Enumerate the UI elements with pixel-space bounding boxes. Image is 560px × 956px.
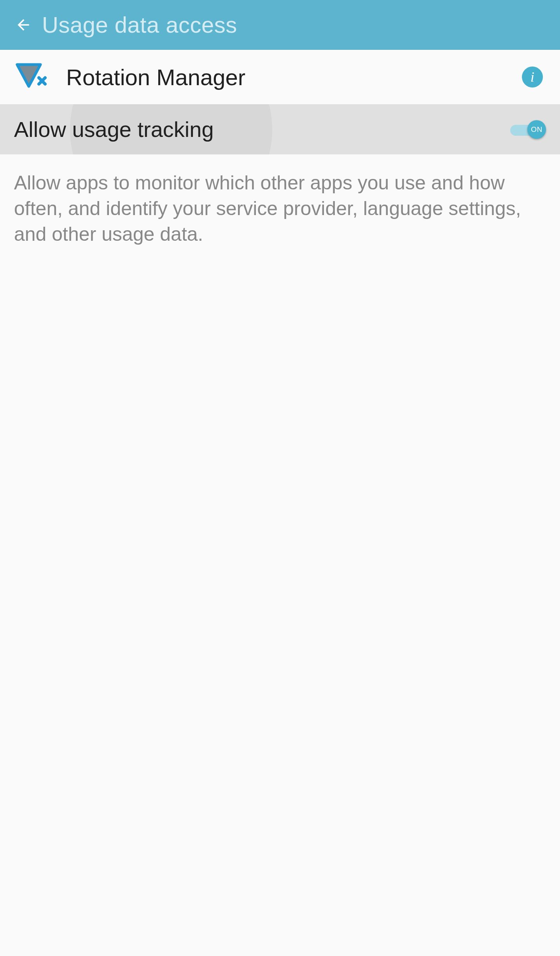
header-bar: Usage data access <box>0 0 560 50</box>
app-header-row: Rotation Manager i <box>0 50 560 104</box>
app-name: Rotation Manager <box>66 64 522 90</box>
usage-tracking-toggle[interactable]: ON <box>510 120 546 139</box>
toggle-label: Allow usage tracking <box>14 117 510 142</box>
toggle-thumb: ON <box>527 120 546 139</box>
rotation-manager-icon <box>14 63 50 91</box>
svg-marker-0 <box>17 65 40 86</box>
back-button[interactable] <box>12 14 34 36</box>
usage-tracking-toggle-row[interactable]: Allow usage tracking ON <box>0 104 560 154</box>
back-arrow-icon <box>15 16 32 33</box>
app-icon <box>14 63 50 91</box>
info-icon: i <box>530 69 534 85</box>
description-text: Allow apps to monitor which other apps y… <box>0 154 560 263</box>
toggle-state-label: ON <box>531 125 542 134</box>
info-button[interactable]: i <box>522 67 543 88</box>
page-title: Usage data access <box>42 12 237 38</box>
